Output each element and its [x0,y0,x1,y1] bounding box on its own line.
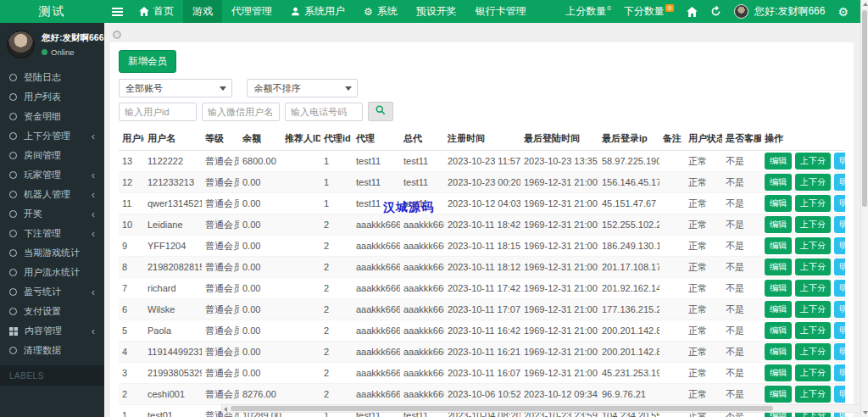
table-cell: 2023-10-11 18:12:16 [444,257,520,278]
column-header: 余额 [239,127,281,151]
collapse-circle-icon[interactable] [113,31,121,39]
topnav-item-system[interactable]: ⚙系统 [354,0,407,23]
home-icon[interactable] [687,7,698,17]
updown-button[interactable]: 上下分 [795,237,831,254]
sidebar-item-clear-data[interactable]: 清理数据 [0,341,104,360]
table-cell: aaakkk666 [400,214,444,236]
topnav-item-agent-management[interactable]: 代理管理 [222,0,281,23]
sidebar-item-profit-loss-stats[interactable]: 盈亏统计‹ [0,282,104,302]
detail-button[interactable]: 明细 [834,216,845,233]
scroll-up-icon[interactable] [863,3,868,6]
phone-number-input[interactable] [285,103,363,121]
column-header: 最后登陆时间 [520,127,598,151]
detail-button[interactable]: 明细 [834,259,845,275]
table-cell: 201.17.108.17 [598,257,659,278]
column-header: 推荐人ID [281,127,320,151]
gear-icon: ⚙ [364,7,373,17]
topnav-item-preset-draw[interactable]: 预设开奖 [407,0,466,23]
table-cell: 1969-12-31 21:00:00 [520,320,598,342]
sidebar-toggle-button[interactable] [104,0,130,23]
cogs-icon[interactable]: ⚙ [837,6,849,18]
detail-button[interactable]: 明细 [834,174,845,191]
updown-button[interactable]: 上下分 [795,195,831,212]
table-cell: 45.231.253.192 [598,363,659,384]
topnav-item-home[interactable]: 首页 [130,0,183,23]
detail-button[interactable]: 明细 [834,343,845,360]
refresh-icon[interactable] [710,6,721,17]
balance-sort-select[interactable]: 余额不排序 [247,79,358,97]
edit-button[interactable]: 编辑 [765,237,792,254]
table-cell: 正常 [685,384,722,405]
updown-button[interactable]: 上下分 [795,364,831,381]
detail-button[interactable]: 明细 [834,364,845,381]
detail-button[interactable]: 明细 [834,301,845,318]
updown-button[interactable]: 上下分 [795,322,831,339]
updown-button[interactable]: 上下分 [795,259,831,275]
vertical-scrollbar-thumb[interactable] [862,10,867,207]
edit-button[interactable]: 编辑 [765,386,792,403]
sidebar-item-room-management[interactable]: 房间管理 [0,146,104,165]
detail-button[interactable]: 明细 [834,237,845,254]
sidebar-item-updown-management[interactable]: 上下分管理‹ [0,126,104,146]
sidebar-section-label: LABELS [0,365,104,386]
edit-button[interactable]: 编辑 [765,280,792,297]
updown-button[interactable]: 上下分 [795,174,831,191]
edit-button[interactable]: 编辑 [765,343,792,360]
edit-button[interactable]: 编辑 [765,174,792,191]
sidebar-item-player-management[interactable]: 玩家管理‹ [0,165,104,185]
topnav-item-system-users[interactable]: 系统用户 [281,0,354,23]
vertical-scrollbar[interactable] [860,0,868,417]
updown-button[interactable]: 上下分 [795,280,831,297]
updown-button[interactable]: 上下分 [795,386,831,403]
updown-button[interactable]: 上下分 [795,216,831,233]
table-row: 12121233213普通会员0.001test11test112023-10-… [119,172,845,193]
edit-button[interactable]: 编辑 [765,259,792,275]
edit-button[interactable]: 编辑 [765,364,792,381]
scroll-down-icon[interactable] [863,411,868,414]
detail-button[interactable]: 明细 [834,386,845,403]
detail-button[interactable]: 明细 [834,195,845,212]
wechat-username-input[interactable] [202,103,280,121]
detail-button[interactable]: 明细 [834,322,845,339]
up-score-link[interactable]: 上分数量0 [565,4,610,19]
edit-button[interactable]: 编辑 [765,153,792,170]
sidebar-item-robot-management[interactable]: 机器人管理‹ [0,185,104,204]
sidebar-item-content-management[interactable]: 内容管理‹ [0,321,104,341]
add-member-button[interactable]: 新增会员 [119,50,176,73]
updown-button[interactable]: 上下分 [795,343,831,360]
scroll-left-icon[interactable] [224,407,227,412]
topnav-item-games[interactable]: 游戏 [183,0,222,23]
updown-button[interactable]: 上下分 [795,301,831,318]
horizontal-scrollbar[interactable] [221,404,868,413]
edit-button[interactable]: 编辑 [765,301,792,318]
user-id-input[interactable] [119,103,197,121]
edit-button[interactable]: 编辑 [765,322,792,339]
table-cell [659,151,685,172]
table-cell: 0.00 [239,257,281,278]
sidebar-item-bet-management[interactable]: 下注管理‹ [0,224,104,243]
account-filter-select[interactable]: 全部账号 [119,79,232,97]
sidebar-item-current-game-stats[interactable]: 当期游戏统计 [0,243,104,263]
sidebar-item-draw[interactable]: 开奖‹ [0,204,104,224]
edit-button[interactable]: 编辑 [765,195,792,212]
detail-button[interactable]: 明细 [834,153,845,170]
search-button[interactable] [368,102,393,121]
column-header: 操作 [761,127,845,151]
sidebar-item-login-log[interactable]: 登陆日志 [0,68,104,87]
table-cell: 0.00 [239,299,281,320]
table-cell [281,320,320,342]
sidebar-item-payment-settings[interactable]: 支付设置 [0,302,104,321]
down-score-link[interactable]: 下分数量0 [624,4,674,19]
edit-button[interactable]: 编辑 [765,216,792,233]
horizontal-scrollbar-thumb[interactable] [231,406,773,411]
sidebar-item-user-list[interactable]: 用户列表 [0,87,104,107]
detail-button[interactable]: 明细 [834,280,845,297]
brand-title[interactable]: 测试 [0,0,104,23]
topnav-item-bank-card-management[interactable]: 银行卡管理 [466,0,536,23]
user-menu[interactable]: 您好:发财啊666 [734,4,825,19]
table-cell: aaakkk666 [400,299,444,320]
sidebar-item-user-flow-stats[interactable]: 用户流水统计 [0,263,104,282]
updown-button[interactable]: 上下分 [795,153,831,170]
sidebar-item-fund-details[interactable]: 资金明细 [0,107,104,126]
table-cell: 2 [320,257,353,278]
